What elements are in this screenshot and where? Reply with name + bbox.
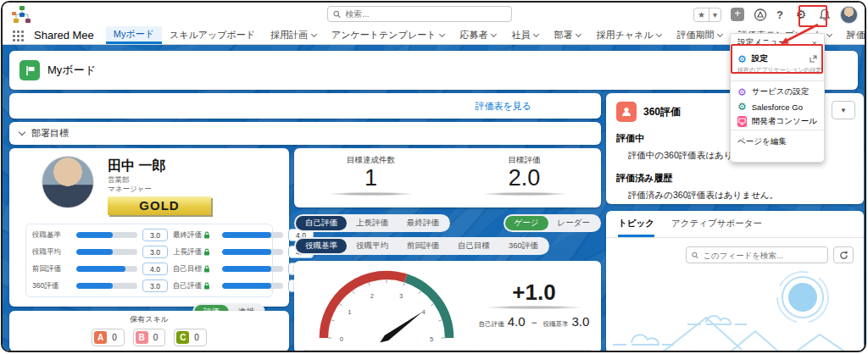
svg-text:2: 2 [370, 292, 374, 300]
skill-chip-b[interactable]: B 0 [133, 329, 166, 346]
feed-search-input[interactable] [703, 251, 822, 260]
menu-item-service-setup[interactable]: ⚙ サービスの設定 [731, 83, 824, 98]
card-actions-dropdown[interactable]: ▼ [832, 101, 855, 119]
app-name: Shared Mee [34, 29, 94, 44]
skill-count: 0 [153, 333, 159, 342]
tab-label: スキルアップボード [170, 29, 255, 41]
stat-value: 1 [294, 166, 448, 191]
gauge-needle [380, 312, 422, 342]
app-launcher-icon[interactable] [13, 30, 24, 44]
annotation-arrow [764, 19, 832, 50]
toggle-gauge[interactable]: ゲージ [505, 216, 548, 230]
chevron-down-icon[interactable] [19, 129, 25, 136]
lock-icon [203, 248, 210, 256]
skill-chip-a[interactable]: A 0 [92, 329, 125, 346]
tab-recruit-channel[interactable]: 採用チャネル [588, 26, 669, 44]
toggle-role-standard[interactable]: 役職基準 [296, 239, 347, 253]
tab-eval-period[interactable]: 評価期間 [669, 26, 730, 44]
employee-role: マネージャー [108, 185, 211, 194]
menu-item-salesforce-go[interactable]: ⚙ Salesforce Go [731, 98, 824, 113]
metric-value-field[interactable]: 3.0 [142, 279, 168, 292]
stat-value: 2.0 [448, 166, 601, 191]
toggle-role-average[interactable]: 役職平均 [347, 239, 398, 253]
metric-bar [76, 249, 137, 255]
tab-label: 応募者 [459, 29, 487, 41]
goal-stats-card: 目標達成件数 1 目標評価 2.0 [294, 148, 601, 207]
toggle-self-goal[interactable]: 自己目標 [448, 239, 499, 253]
gauge-chart: 0 1 2 3 4 5 [306, 263, 467, 351]
menu-item-developer-console[interactable]: 開発者コンソール [731, 113, 824, 128]
user-avatar[interactable] [840, 6, 858, 24]
formula-left-label: 自己評価 [479, 320, 504, 329]
toggle-360-eval[interactable]: 360評価 [499, 239, 548, 253]
chevron-down-icon[interactable] [656, 30, 662, 36]
refresh-button[interactable] [833, 246, 854, 263]
metric-value-field[interactable]: 4.0 [142, 263, 168, 275]
toggle-final-eval[interactable]: 最終評価 [398, 216, 448, 230]
chevron-down-icon[interactable] [576, 30, 581, 36]
tab-departments[interactable]: 部署 [546, 26, 588, 44]
svg-text:5: 5 [430, 335, 433, 342]
metric-label: 自己評価 [173, 281, 217, 291]
edit-nav-pencil-icon[interactable]: ✎ [847, 30, 854, 41]
gauge-diff-value: +1.0 [467, 279, 601, 306]
eval-sheet-link-bar: 評価表を見る [9, 93, 601, 119]
tab-employees[interactable]: 社員 [504, 26, 546, 44]
toggle-self-eval[interactable]: 自己評価 [296, 216, 347, 230]
chevron-down-icon[interactable] [533, 30, 539, 36]
skills-card: 保有スキル A 0 B 0 C 0 [9, 311, 289, 351]
metric-bar [222, 283, 283, 289]
page-title: Myボード [47, 63, 96, 78]
app-window: ★ ▾ + ? ⚙ Shared Mee Myボード スキルアップボード [1, 1, 866, 352]
quick-create-button[interactable]: + [731, 8, 744, 21]
tab-label: 部署 [554, 29, 572, 41]
menu-item-edit-page[interactable]: ページを編集 [731, 132, 824, 152]
feed-search[interactable] [686, 246, 828, 263]
metric-value-field[interactable]: 3.0 [142, 246, 168, 258]
board-icon [19, 60, 40, 80]
metric-bar [222, 232, 283, 238]
section-dept-goals[interactable]: 部署目標 [9, 122, 601, 145]
metric-label: 最終評価 [173, 230, 217, 241]
star-icon[interactable]: ★ [694, 8, 709, 21]
skill-chip-c[interactable]: C 0 [174, 329, 207, 346]
chevron-down-icon[interactable] [311, 30, 317, 36]
search-input[interactable] [345, 9, 506, 19]
metric-bar [222, 249, 283, 255]
tab-skillupboard[interactable]: スキルアップボード [162, 26, 263, 44]
favorites-caret-icon[interactable]: ▾ [709, 8, 721, 21]
tab-myboard[interactable]: Myボード [106, 26, 162, 44]
favorites-button[interactable]: ★ ▾ [693, 8, 721, 22]
toggle-radar[interactable]: レーダー [548, 216, 599, 230]
skill-count: 0 [194, 333, 199, 342]
global-header: ★ ▾ + ? ⚙ [3, 3, 865, 26]
view-eval-sheet-link[interactable]: 評価表を見る [475, 100, 531, 113]
menu-item-label: 開発者コンソール [752, 116, 817, 127]
chevron-down-icon[interactable] [439, 30, 445, 36]
metric-bar [76, 283, 137, 289]
metric-label: 上長評価 [173, 247, 217, 257]
metric-label: 役職基準 [32, 230, 71, 241]
chart-view-toggle: ゲージ レーダー [504, 214, 601, 232]
app-logo-icon [11, 4, 33, 25]
tab-active-supporters[interactable]: アクティブサポーター [671, 218, 762, 237]
skill-grade-badge: B [136, 331, 148, 344]
skill-grade-badge: A [94, 331, 107, 344]
global-search[interactable] [327, 6, 512, 22]
tab-topics[interactable]: トピック [618, 218, 654, 237]
tab-survey-template[interactable]: アンケートテンプレート [324, 26, 452, 44]
metric-value-field[interactable]: 3.0 [142, 229, 168, 241]
metric-label: 前回評価 [32, 264, 71, 274]
toggle-manager-eval[interactable]: 上長評価 [347, 216, 398, 230]
tab-label: 社員 [511, 29, 530, 41]
toggle-previous-eval[interactable]: 前回評価 [398, 239, 448, 253]
tab-recruit-plan[interactable]: 採用計画 [263, 26, 324, 44]
chevron-down-icon[interactable] [491, 30, 497, 36]
section-title: 部署目標 [31, 127, 69, 140]
tab-label: Myボード [114, 28, 154, 41]
eval-source-toggle: 自己評価 上長評価 最終評価 [294, 214, 450, 232]
skill-grade-badge: C [176, 331, 189, 344]
chevron-down-icon[interactable] [717, 30, 723, 36]
tab-applicants[interactable]: 応募者 [452, 26, 504, 44]
tab-label: 評価期間 [676, 29, 714, 41]
